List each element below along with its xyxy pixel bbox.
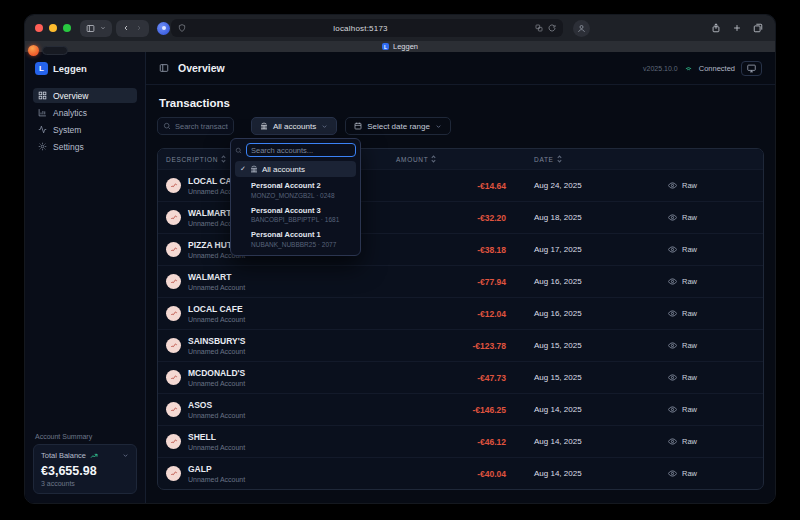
raw-label: Raw <box>682 405 697 414</box>
dropdown-account-option[interactable]: Personal Account 2 MONZO_MONZGB2L · 0248 <box>235 177 356 202</box>
sidebar-item-system[interactable]: System <box>33 122 137 137</box>
column-header-date[interactable]: Date <box>506 155 656 163</box>
translate-icon[interactable] <box>535 24 543 32</box>
eye-icon <box>668 469 677 478</box>
close-window-button[interactable] <box>35 24 43 32</box>
tab-overview-icon[interactable] <box>753 23 763 33</box>
account-detail: BANCOBPI_BBPIPTPL · 1681 <box>251 216 351 223</box>
transaction-amount: -€47.73 <box>396 373 506 383</box>
history-nav-group <box>116 20 149 37</box>
panel-left-icon <box>86 24 95 33</box>
sidebar-item-label: Overview <box>53 91 88 101</box>
back-icon[interactable] <box>122 24 130 32</box>
zoom-window-button[interactable] <box>63 24 71 32</box>
devtools-toggle[interactable] <box>28 45 68 56</box>
main-header: Overview v2025.10.0 Connected <box>146 52 775 85</box>
account-name: Personal Account 1 <box>251 230 351 239</box>
tanstack-flame-icon[interactable] <box>28 45 39 56</box>
chevron-down-icon[interactable] <box>122 452 129 459</box>
sidebar-item-analytics[interactable]: Analytics <box>33 105 137 120</box>
sidebar-item-label: Analytics <box>53 108 87 118</box>
sidebar-item-overview[interactable]: Overview <box>33 88 137 103</box>
raw-button[interactable]: Raw <box>668 341 697 350</box>
account-summary-label: Account Summary <box>33 433 137 440</box>
raw-button[interactable]: Raw <box>668 373 697 382</box>
chevron-down-icon <box>321 123 328 130</box>
forward-icon[interactable] <box>135 24 143 32</box>
raw-button[interactable]: Raw <box>668 469 697 478</box>
merchant-glyph-icon <box>170 406 178 414</box>
profile-button[interactable] <box>573 20 590 37</box>
eye-icon <box>668 309 677 318</box>
total-balance-value: €3,655.98 <box>41 464 129 478</box>
date-range-button[interactable]: Select date range <box>345 117 451 135</box>
raw-button[interactable]: Raw <box>668 245 697 254</box>
dropdown-account-option[interactable]: Personal Account 1 NUBANK_NUBBBR25 · 207… <box>235 226 356 251</box>
search-icon <box>163 122 171 130</box>
raw-label: Raw <box>682 245 697 254</box>
page-privacy-icon[interactable] <box>178 24 186 32</box>
account-filter-button[interactable]: All accounts <box>251 117 337 135</box>
address-bar[interactable]: localhost:5173 <box>171 19 563 37</box>
transaction-date: Aug 15, 2025 <box>506 373 656 382</box>
merchant-glyph-icon <box>170 342 178 350</box>
sidebar-collapse-icon[interactable] <box>159 63 169 73</box>
app-page: L Leggen Overview Analytics System <box>25 52 775 503</box>
transaction-date: Aug 24, 2025 <box>506 181 656 190</box>
eye-icon <box>668 405 677 414</box>
sort-icon <box>557 155 562 163</box>
gear-icon <box>38 142 47 151</box>
raw-button[interactable]: Raw <box>668 437 697 446</box>
sidebar-item-settings[interactable]: Settings <box>33 139 137 154</box>
wifi-icon <box>684 64 693 73</box>
raw-label: Raw <box>682 213 697 222</box>
tab-title[interactable]: Leggen <box>393 42 418 51</box>
column-header-amount[interactable]: Amount <box>396 155 506 163</box>
merchant-glyph-icon <box>170 214 178 222</box>
new-tab-icon[interactable] <box>732 23 742 33</box>
share-icon[interactable] <box>711 23 721 33</box>
grid-icon <box>38 91 47 100</box>
devtools-pill[interactable] <box>42 46 68 55</box>
extension-icon[interactable] <box>157 22 170 35</box>
account-summary-section: Account Summary Total Balance €3,655.98 … <box>33 433 137 494</box>
raw-button[interactable]: Raw <box>668 213 697 222</box>
display-mode-button[interactable] <box>741 61 762 76</box>
transaction-date: Aug 16, 2025 <box>506 309 656 318</box>
dropdown-account-option[interactable]: Personal Account 3 BANCOBPI_BBPIPTPL · 1… <box>235 202 356 227</box>
sidebar-toggle-group[interactable] <box>80 20 112 37</box>
table-row: ASOS Unnamed Account -€146.25 Aug 14, 20… <box>158 393 763 425</box>
raw-label: Raw <box>682 309 697 318</box>
transactions-search-input[interactable] <box>175 122 228 131</box>
transactions-search <box>157 117 234 135</box>
merchant-avatar <box>166 370 181 385</box>
filters-row: All accounts Select date range <box>157 117 764 135</box>
page-title: Overview <box>178 62 225 74</box>
account-filter-label: All accounts <box>273 122 316 131</box>
chevron-down-icon <box>435 123 442 130</box>
trending-up-icon <box>90 452 98 460</box>
accounts-search-input[interactable] <box>246 143 356 157</box>
transaction-description: SAINSBURY'S <box>188 336 245 346</box>
transaction-account: Unnamed Account <box>188 476 245 483</box>
transaction-date: Aug 14, 2025 <box>506 405 656 414</box>
merchant-glyph-icon <box>170 438 178 446</box>
raw-button[interactable]: Raw <box>668 309 697 318</box>
person-icon <box>577 24 586 33</box>
account-detail: NUBANK_NUBBBR25 · 2077 <box>251 241 351 248</box>
reload-icon[interactable] <box>548 24 556 32</box>
raw-button[interactable]: Raw <box>668 181 697 190</box>
connection-status: Connected <box>699 64 735 73</box>
transactions-title: Transactions <box>157 97 764 109</box>
transaction-description: WALMART <box>188 272 245 282</box>
table-row: GALP Unnamed Account -€40.04 Aug 14, 202… <box>158 457 763 489</box>
bank-icon <box>260 122 268 130</box>
transaction-amount: -€14.64 <box>396 181 506 191</box>
raw-label: Raw <box>682 373 697 382</box>
raw-button[interactable]: Raw <box>668 405 697 414</box>
raw-button[interactable]: Raw <box>668 277 697 286</box>
dropdown-option-all-accounts[interactable]: ✓ All accounts <box>235 161 356 177</box>
merchant-glyph-icon <box>170 374 178 382</box>
minimize-window-button[interactable] <box>49 24 57 32</box>
transaction-date: Aug 14, 2025 <box>506 437 656 446</box>
